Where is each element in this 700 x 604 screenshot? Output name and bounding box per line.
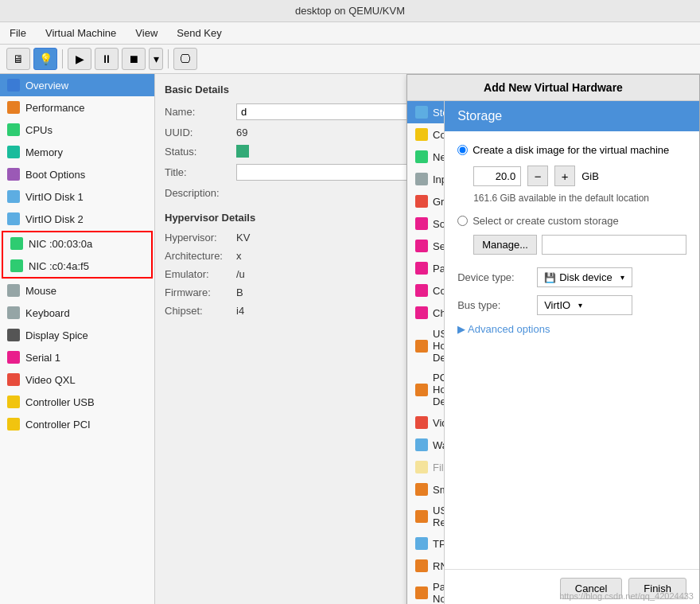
hw-list-item-graphics[interactable]: Graphics [407, 190, 444, 212]
disk-size-input[interactable] [473, 166, 521, 186]
sidebar-item-nic-1[interactable]: NIC :00:03:0a [3, 232, 151, 255]
storage-config-panel: Storage Create a disk image for the virt… [445, 101, 699, 604]
sidebar-item-controller-pci[interactable]: Controller PCI [0, 413, 154, 435]
dropdown-button[interactable]: ▾ [149, 48, 163, 70]
hw-label-input: Input [433, 173, 445, 185]
sidebar-item-mouse[interactable]: Mouse [0, 279, 154, 302]
bus-type-label: Bus type: [457, 299, 529, 311]
menu-virtual-machine[interactable]: Virtual Machine [42, 25, 119, 41]
hw-label-rng: RNG [433, 560, 445, 572]
hw-list-item-sound[interactable]: Sound [407, 212, 444, 235]
detail-label-title: Title: [165, 166, 236, 178]
memory-icon [6, 145, 21, 159]
virtio-disk-1-icon [6, 189, 21, 204]
parallel-icon [415, 261, 428, 275]
controller-usb-icon [6, 395, 21, 409]
sidebar-item-virtio-disk-2[interactable]: VirtIO Disk 2 [0, 208, 154, 230]
hw-list-item-watchdog[interactable]: Watchdog [407, 434, 444, 456]
sidebar-item-display-spice[interactable]: Display Spice [0, 324, 154, 346]
dialog-body: Storage Controller Network [407, 101, 699, 604]
available-text: 161.6 GiB available in the default locat… [473, 193, 686, 204]
serial-icon [415, 239, 428, 253]
advanced-options-label: ▶ Advanced options [457, 323, 550, 335]
disk-size-increase-button[interactable]: + [554, 166, 575, 186]
hw-list-item-storage[interactable]: Storage [407, 101, 444, 123]
hw-list-item-pci-host[interactable]: PCI Host Device [407, 368, 444, 411]
detail-label-uuid: UUID: [165, 127, 236, 138]
manage-button[interactable]: Manage... [473, 235, 537, 255]
hw-label-filesystem: Filesystem [433, 462, 445, 473]
menu-file[interactable]: File [6, 25, 29, 41]
keyboard-icon [6, 306, 21, 320]
device-type-select[interactable]: 💾 Disk device ▾ [537, 267, 632, 287]
bus-type-select[interactable]: VirtIO ▾ [537, 295, 632, 315]
custom-storage-row: Manage... [473, 235, 686, 255]
sidebar-item-nic-2[interactable]: NIC :c0:4a:f5 [3, 255, 151, 277]
hw-list-item-video[interactable]: Video [407, 411, 444, 434]
mouse-icon [6, 283, 21, 298]
sidebar-item-serial-1[interactable]: Serial 1 [0, 346, 154, 368]
hw-list-item-network[interactable]: Network [407, 146, 444, 168]
menu-send-key[interactable]: Send Key [173, 25, 224, 41]
tpm-icon [415, 536, 428, 551]
disk-size-decrease-button[interactable]: − [527, 166, 548, 186]
sidebar-item-virtio-disk-1[interactable]: VirtIO Disk 1 [0, 185, 154, 208]
controller-pci-icon [6, 417, 21, 431]
detail-label-arch: Architecture: [165, 250, 236, 262]
sidebar-item-video-qxl[interactable]: Video QXL [0, 368, 154, 391]
hw-label-video: Video [433, 417, 445, 429]
advanced-options-toggle[interactable]: ▶ Advanced options [457, 323, 686, 335]
menu-view[interactable]: View [132, 25, 161, 41]
hw-list-item-smartcard[interactable]: Smartcard [407, 478, 444, 501]
sidebar-label-video-qxl: Video QXL [25, 374, 76, 386]
radio-custom-storage-input[interactable] [457, 216, 468, 226]
hw-list-item-tpm[interactable]: TPM [407, 532, 444, 555]
hw-list-item-usb-redir[interactable]: USB Redirection [407, 501, 444, 532]
sidebar-label-overview: Overview [25, 80, 68, 92]
hw-list-item-panic-notifier[interactable]: Panic Notifier [407, 577, 444, 604]
hw-list-item-parallel[interactable]: Parallel [407, 257, 444, 279]
hw-list-item-console[interactable]: Console [407, 279, 444, 302]
sidebar-item-keyboard[interactable]: Keyboard [0, 302, 154, 324]
main-layout: Overview Performance CPUs Memory Boot Op… [0, 74, 700, 604]
lightbulb-button[interactable]: 💡 [33, 48, 57, 70]
custom-storage-input[interactable] [542, 235, 686, 255]
cpus-icon [6, 123, 21, 137]
window-title: desktop on QEMU/KVM [295, 5, 405, 17]
sidebar-label-controller-pci: Controller PCI [25, 419, 91, 431]
hw-label-graphics: Graphics [433, 196, 445, 208]
stop-button[interactable]: ⏹ [122, 48, 146, 70]
performance-icon [6, 100, 21, 115]
sidebar-item-memory[interactable]: Memory [0, 141, 154, 163]
title-bar: desktop on QEMU/KVM [0, 0, 700, 22]
hw-list-item-serial[interactable]: Serial [407, 235, 444, 257]
sidebar-item-controller-usb[interactable]: Controller USB [0, 391, 154, 413]
hw-label-pci-host: PCI Host Device [433, 372, 445, 407]
sidebar-item-boot-options[interactable]: Boot Options [0, 163, 154, 185]
video-icon [415, 415, 428, 430]
add-hw-dialog: Add New Virtual Hardware Storage Con [406, 74, 700, 604]
hw-list-item-controller[interactable]: Controller [407, 123, 444, 146]
sidebar-item-overview[interactable]: Overview [0, 74, 154, 96]
usb-host-icon [415, 339, 428, 353]
hw-list-item-usb-host[interactable]: USB Host Device [407, 324, 444, 368]
hw-label-network: Network [433, 151, 445, 163]
play-button[interactable]: ▶ [68, 48, 91, 70]
hw-list-item-input[interactable]: Input [407, 168, 444, 190]
sidebar-item-performance[interactable]: Performance [0, 96, 154, 119]
display-button[interactable]: 🖵 [173, 48, 197, 70]
hw-list-item-channel[interactable]: Channel [407, 302, 444, 324]
monitor-button[interactable]: 🖥 [6, 48, 30, 70]
sidebar-label-display-spice: Display Spice [25, 329, 88, 341]
panic-notifier-icon [415, 586, 428, 600]
hw-label-storage: Storage [433, 107, 445, 119]
input-icon [415, 172, 428, 186]
pause-button[interactable]: ⏸ [95, 48, 119, 70]
hw-list-item-rng[interactable]: RNG [407, 555, 444, 577]
radio-create-disk-input[interactable] [457, 145, 468, 155]
sidebar: Overview Performance CPUs Memory Boot Op… [0, 74, 155, 604]
sidebar-item-cpus[interactable]: CPUs [0, 119, 154, 141]
storage-icon [415, 105, 428, 119]
content-area: Basic Details Name: UUID: 69 Status: Tit… [155, 74, 700, 604]
hw-label-watchdog: Watchdog [433, 439, 445, 451]
